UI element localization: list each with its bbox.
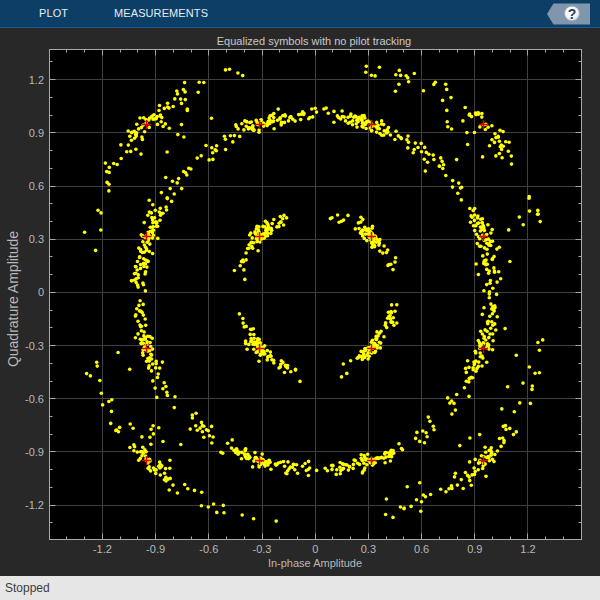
svg-text:1.2: 1.2 bbox=[29, 74, 44, 86]
svg-text:0.6: 0.6 bbox=[29, 180, 44, 192]
svg-text:0: 0 bbox=[312, 543, 318, 555]
svg-text:-0.6: -0.6 bbox=[25, 393, 44, 405]
svg-text:-0.9: -0.9 bbox=[25, 446, 44, 458]
svg-text:0: 0 bbox=[38, 286, 44, 298]
svg-text:Equalized symbols with no pilo: Equalized symbols with no pilot tracking bbox=[217, 35, 411, 47]
svg-text:0.6: 0.6 bbox=[414, 543, 429, 555]
svg-text:0.3: 0.3 bbox=[29, 233, 44, 245]
svg-text:-1.2: -1.2 bbox=[25, 499, 44, 511]
svg-text:-0.9: -0.9 bbox=[146, 543, 165, 555]
svg-text:-0.6: -0.6 bbox=[199, 543, 218, 555]
svg-text:Quadrature Amplitude: Quadrature Amplitude bbox=[5, 231, 21, 367]
svg-text:1.2: 1.2 bbox=[520, 543, 535, 555]
svg-text:0.9: 0.9 bbox=[467, 543, 482, 555]
svg-text:0.3: 0.3 bbox=[361, 543, 376, 555]
svg-text:-0.3: -0.3 bbox=[25, 340, 44, 352]
svg-text:In-phase Amplitude: In-phase Amplitude bbox=[268, 557, 362, 569]
svg-text:0.9: 0.9 bbox=[29, 127, 44, 139]
svg-text:-0.3: -0.3 bbox=[253, 543, 272, 555]
svg-text:-1.2: -1.2 bbox=[93, 543, 112, 555]
